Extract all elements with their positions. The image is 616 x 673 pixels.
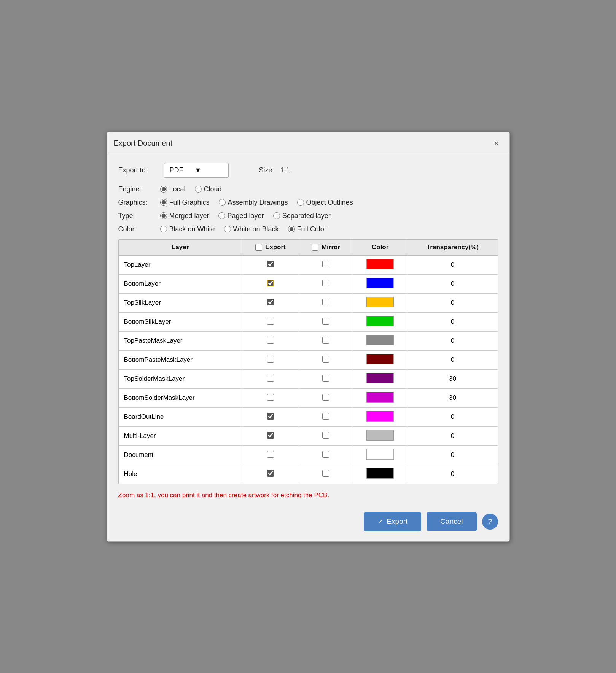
export-checkbox[interactable] xyxy=(267,451,274,458)
export-checkbox[interactable] xyxy=(267,280,274,286)
mirror-cell[interactable] xyxy=(299,369,353,388)
color-cell[interactable] xyxy=(353,426,407,445)
color-cell[interactable] xyxy=(353,331,407,350)
color-swatch[interactable] xyxy=(366,354,394,364)
export-cell[interactable] xyxy=(242,312,299,331)
mirror-cell[interactable] xyxy=(299,312,353,331)
mirror-checkbox[interactable] xyxy=(322,470,329,477)
mirror-checkbox[interactable] xyxy=(322,356,329,363)
export-checkbox[interactable] xyxy=(267,432,274,439)
mirror-checkbox[interactable] xyxy=(322,318,329,325)
mirror-cell[interactable] xyxy=(299,255,353,275)
graphics-full-radio[interactable] xyxy=(160,199,167,206)
mirror-cell[interactable] xyxy=(299,407,353,426)
export-checkbox[interactable] xyxy=(267,337,274,344)
mirror-all-checkbox[interactable] xyxy=(312,244,318,251)
color-white-on-black-radio[interactable] xyxy=(224,226,231,232)
mirror-checkbox[interactable] xyxy=(322,451,329,458)
color-swatch[interactable] xyxy=(366,449,394,460)
export-cell[interactable] xyxy=(242,350,299,369)
mirror-cell[interactable] xyxy=(299,274,353,293)
color-full-color-option[interactable]: Full Color xyxy=(288,225,326,233)
color-swatch[interactable] xyxy=(366,335,394,345)
graphics-assembly-option[interactable]: Assembly Drawings xyxy=(219,199,288,207)
export-checkbox[interactable] xyxy=(267,470,274,477)
mirror-cell[interactable] xyxy=(299,293,353,312)
graphics-outline-radio[interactable] xyxy=(297,199,304,206)
help-button[interactable]: ? xyxy=(482,514,498,530)
color-cell[interactable] xyxy=(353,255,407,275)
graphics-outline-option[interactable]: Object Outlines xyxy=(297,199,353,207)
mirror-cell[interactable] xyxy=(299,388,353,407)
type-merged-radio[interactable] xyxy=(160,212,167,219)
color-cell[interactable] xyxy=(353,350,407,369)
color-cell[interactable] xyxy=(353,465,407,484)
mirror-cell[interactable] xyxy=(299,350,353,369)
export-checkbox[interactable] xyxy=(267,413,274,420)
export-cell[interactable] xyxy=(242,369,299,388)
color-swatch[interactable] xyxy=(366,468,394,479)
mirror-checkbox[interactable] xyxy=(322,280,329,286)
mirror-checkbox[interactable] xyxy=(322,299,329,305)
export-all-checkbox[interactable] xyxy=(255,244,262,251)
mirror-cell[interactable] xyxy=(299,426,353,445)
export-checkbox[interactable] xyxy=(267,261,274,267)
export-cell[interactable] xyxy=(242,331,299,350)
export-cell[interactable] xyxy=(242,426,299,445)
export-cell[interactable] xyxy=(242,293,299,312)
color-swatch[interactable] xyxy=(366,259,394,269)
color-cell[interactable] xyxy=(353,293,407,312)
color-swatch[interactable] xyxy=(366,278,394,288)
engine-cloud-radio[interactable] xyxy=(195,186,202,193)
engine-local-radio[interactable] xyxy=(160,186,167,193)
export-cell[interactable] xyxy=(242,445,299,465)
engine-cloud-option[interactable]: Cloud xyxy=(195,185,222,193)
export-button[interactable]: ✓ Export xyxy=(364,512,421,531)
graphics-full-option[interactable]: Full Graphics xyxy=(160,199,210,207)
engine-local-option[interactable]: Local xyxy=(160,185,186,193)
color-swatch[interactable] xyxy=(366,430,394,441)
color-cell[interactable] xyxy=(353,445,407,465)
type-paged-radio[interactable] xyxy=(218,212,225,219)
export-checkbox[interactable] xyxy=(267,299,274,305)
color-swatch[interactable] xyxy=(366,297,394,307)
type-paged-option[interactable]: Paged layer xyxy=(218,212,264,220)
mirror-checkbox[interactable] xyxy=(322,413,329,420)
mirror-checkbox[interactable] xyxy=(322,432,329,439)
export-checkbox[interactable] xyxy=(267,356,274,363)
mirror-cell[interactable] xyxy=(299,465,353,484)
export-cell[interactable] xyxy=(242,407,299,426)
export-checkbox[interactable] xyxy=(267,375,274,382)
color-black-on-white-option[interactable]: Black on White xyxy=(160,225,215,233)
color-swatch[interactable] xyxy=(366,411,394,422)
color-white-on-black-option[interactable]: White on Black xyxy=(224,225,279,233)
export-cell[interactable] xyxy=(242,255,299,275)
color-full-color-radio[interactable] xyxy=(288,226,295,232)
export-cell[interactable] xyxy=(242,274,299,293)
export-checkbox[interactable] xyxy=(267,394,274,401)
mirror-cell[interactable] xyxy=(299,331,353,350)
type-separated-option[interactable]: Separated layer xyxy=(273,212,331,220)
mirror-checkbox[interactable] xyxy=(322,394,329,401)
mirror-checkbox[interactable] xyxy=(322,337,329,344)
export-format-select[interactable]: PDF ▼ xyxy=(164,163,229,178)
color-cell[interactable] xyxy=(353,312,407,331)
export-cell[interactable] xyxy=(242,388,299,407)
color-cell[interactable] xyxy=(353,274,407,293)
mirror-cell[interactable] xyxy=(299,445,353,465)
close-button[interactable]: × xyxy=(490,137,503,150)
color-swatch[interactable] xyxy=(366,373,394,383)
color-cell[interactable] xyxy=(353,388,407,407)
color-swatch[interactable] xyxy=(366,392,394,403)
type-merged-option[interactable]: Merged layer xyxy=(160,212,209,220)
cancel-button[interactable]: Cancel xyxy=(427,512,476,531)
graphics-assembly-radio[interactable] xyxy=(219,199,226,206)
mirror-checkbox[interactable] xyxy=(322,375,329,382)
type-separated-radio[interactable] xyxy=(273,212,280,219)
color-black-on-white-radio[interactable] xyxy=(160,226,167,232)
mirror-checkbox[interactable] xyxy=(322,261,329,267)
export-cell[interactable] xyxy=(242,465,299,484)
color-swatch[interactable] xyxy=(366,316,394,326)
color-cell[interactable] xyxy=(353,407,407,426)
export-checkbox[interactable] xyxy=(267,318,274,325)
